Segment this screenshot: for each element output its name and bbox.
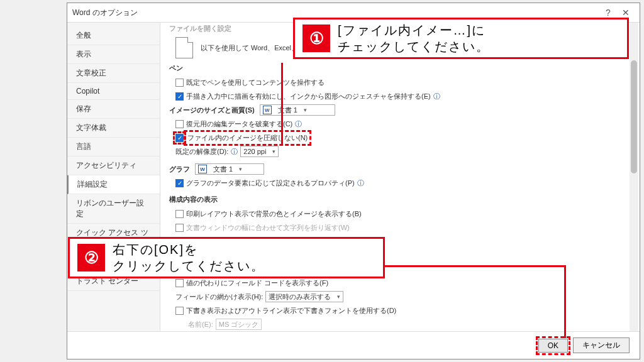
callout-1: ① [ファイル内イメー…]に チェックしてください。 [293, 18, 629, 59]
content-pane: ファイルを開く設定 以下を使用して Word、Excel、Po ペン 既定でペン… [160, 23, 640, 331]
sidebar-item-advanced[interactable]: 詳細設定 [67, 175, 160, 194]
section-graph: グラフ [169, 165, 190, 174]
name-label: 名前(E): [188, 320, 213, 329]
img-chk2[interactable] [175, 134, 184, 142]
callout-text-1: [ファイル内イメー…]に チェックしてください。 [338, 22, 490, 55]
disp-chk1[interactable] [175, 210, 184, 218]
section-image: イメージのサイズと画質(S) [169, 106, 255, 115]
info-icon[interactable]: ⓘ [295, 119, 302, 129]
disp-chk2-label: 文書ウィンドウの幅に合わせて文字列を折り返す(W) [186, 223, 350, 233]
callout-number-2: ② [77, 244, 105, 272]
open-desc: 以下を使用して Word、Excel、Po [201, 43, 307, 53]
resolution-select[interactable]: 220 ppi▾ [240, 146, 279, 157]
callout-text-2: 右下の[OK]を クリックしてください。 [113, 241, 265, 274]
scrollbar[interactable] [630, 23, 638, 331]
sidebar-item-general[interactable]: 全般 [67, 26, 160, 45]
graph-chk-label: グラフのデータ要素に応じて設定されるプロパティ(P) [186, 178, 355, 188]
word-doc-icon: W [198, 165, 207, 173]
field-label: フィールドの網かけ表示(H): [175, 292, 263, 302]
sidebar-item-copilot[interactable]: Copilot [67, 83, 160, 100]
sidebar-item-accessibility[interactable]: アクセシビリティ [67, 156, 160, 175]
info-icon[interactable]: ⓘ [231, 147, 238, 156]
pen-chk1[interactable] [175, 79, 184, 87]
img-chk1[interactable] [175, 120, 184, 128]
img-chk1-label: 復元用の編集データを破棄する(C) [186, 119, 292, 129]
sidebar-item-display[interactable]: 表示 [67, 45, 160, 64]
section-display: 構成内容の表示 [169, 195, 627, 204]
graph-chk[interactable] [175, 179, 184, 187]
ok-button[interactable]: OK [538, 339, 568, 353]
sidebar-item-language[interactable]: 言語 [67, 138, 160, 156]
pen-chk2-label: 手描き入力中に描画を有効にし、インクから図形へのジェスチャを保持する(E) [186, 92, 431, 101]
callout-2: ② 右下の[OK]を クリックしてください。 [68, 237, 385, 278]
sidebar: 全般 表示 文章校正 Copilot 保存 文字体裁 言語 アクセシビリティ 詳… [67, 23, 160, 331]
field-shading-select[interactable]: 選択時のみ表示する▾ [265, 291, 343, 302]
info-icon[interactable]: ⓘ [433, 92, 440, 101]
cancel-button[interactable]: キャンセル [573, 337, 630, 353]
graph-doc-select[interactable]: W文書 1▾ [195, 163, 264, 175]
name-select: MS ゴシック [216, 319, 262, 330]
img-chk2-label: ファイル内のイメージを圧縮しない(N) [186, 133, 309, 143]
sidebar-item-proofing[interactable]: 文章校正 [67, 64, 160, 83]
disp-chk6-label: 値の代わりにフィールド コードを表示する(F) [186, 278, 328, 288]
dialog-body: 全般 表示 文章校正 Copilot 保存 文字体裁 言語 アクセシビリティ 詳… [67, 22, 640, 331]
disp-chk7[interactable] [175, 307, 184, 315]
annotation-line [564, 265, 566, 338]
word-doc-icon: W [263, 106, 272, 114]
disp-chk6[interactable] [175, 279, 184, 287]
scrollbar-thumb[interactable] [631, 60, 637, 173]
info-icon[interactable]: ⓘ [357, 178, 364, 188]
section-pen: ペン [169, 63, 627, 73]
chevron-down-icon: ▾ [272, 148, 275, 155]
chevron-down-icon: ▾ [337, 293, 340, 300]
image-doc-select[interactable]: W文書 1▾ [260, 104, 335, 116]
chevron-down-icon: ▾ [239, 166, 242, 172]
disp-chk2[interactable] [175, 224, 184, 232]
sidebar-item-typography[interactable]: 文字体裁 [67, 119, 160, 138]
annotation-line [281, 63, 283, 144]
dialog-footer: OK キャンセル [67, 331, 640, 359]
pen-chk2[interactable] [175, 92, 184, 101]
callout-number-1: ① [303, 25, 330, 52]
sidebar-item-save[interactable]: 保存 [67, 100, 160, 119]
dialog-title: Word のオプション [72, 8, 599, 18]
disp-chk1-label: 印刷レイアウト表示で背景の色とイメージを表示する(B) [186, 209, 362, 219]
pen-chk1-label: 既定でペンを使用してコンテンツを操作する [186, 78, 325, 87]
sidebar-item-ribbon[interactable]: リボンのユーザー設定 [67, 194, 160, 224]
annotation-line [384, 265, 566, 267]
chevron-down-icon: ▾ [304, 107, 307, 113]
resolution-label: 既定の解像度(D): [175, 147, 228, 156]
disp-chk7-label: 下書き表示およびアウトライン表示で下書きフォントを使用する(D) [186, 306, 396, 315]
file-icon [175, 37, 193, 58]
